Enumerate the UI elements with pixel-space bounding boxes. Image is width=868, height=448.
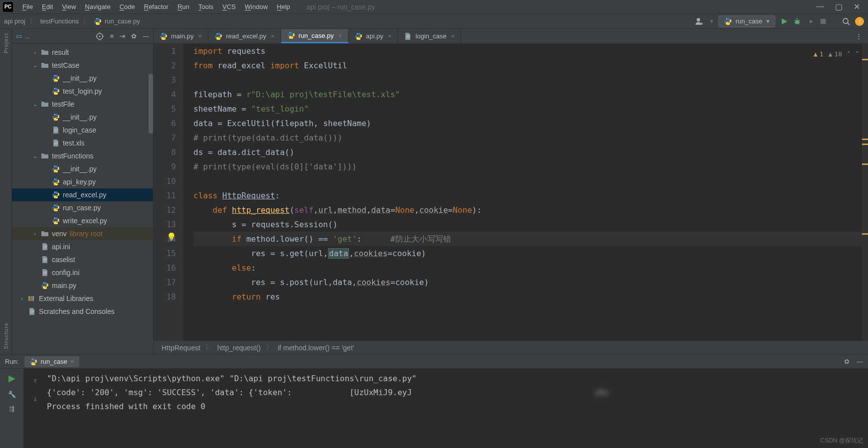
crumb-2[interactable]: run_case.py	[105, 17, 140, 25]
tree-run_case.py[interactable]: run_case.py	[12, 201, 153, 214]
tree-login_case[interactable]: login_case	[12, 124, 153, 137]
collapse-icon[interactable]: ⇥	[120, 32, 125, 40]
hide-icon[interactable]: ―	[143, 32, 149, 40]
project-tree[interactable]: ›result⌄testCase__init__.pytest_login.py…	[12, 44, 153, 354]
ed-crumb-2[interactable]: if method.lower() == 'get'	[278, 344, 354, 352]
console-line: "D:\api proj\venv\Scripts\python.exe" "D…	[47, 372, 859, 386]
tree-api.ini[interactable]: api.ini	[12, 240, 153, 253]
close-tab-icon[interactable]: ×	[271, 32, 275, 40]
tool-window-stripe-left: Project Structure	[0, 29, 12, 354]
run-config-selector[interactable]: run_case ▾	[718, 15, 775, 27]
navigation-bar: api proj〉testFunctions〉run_case.py ▾ run…	[0, 14, 868, 29]
scrollbar-thumb[interactable]	[149, 74, 153, 134]
close-tab-icon[interactable]: ×	[198, 32, 202, 40]
crumb-1[interactable]: testFunctions	[40, 17, 79, 25]
tree-write_excel.py[interactable]: write_excel.py	[12, 214, 153, 227]
locate-icon[interactable]	[96, 32, 104, 40]
editor-breadcrumb[interactable]: HttpRequest〉http_request()〉if method.low…	[154, 340, 868, 354]
debug-icon[interactable]	[793, 17, 801, 25]
tree-main.py[interactable]: main.py	[12, 279, 153, 292]
tabs-more-icon[interactable]: ⋮	[850, 29, 868, 43]
editor-code[interactable]: 💡 import requestsfrom read_excel import …	[183, 44, 868, 340]
console-line: Process finished with exit code 0	[47, 400, 859, 414]
run-tools-icon[interactable]: 🔧	[8, 391, 16, 398]
menu-run[interactable]: Run	[173, 1, 194, 12]
menu-code[interactable]: Code	[115, 1, 140, 12]
menu-navigate[interactable]: Navigate	[80, 1, 115, 12]
tree-venv[interactable]: ›venv library root	[12, 227, 153, 240]
tree-test_login.py[interactable]: test_login.py	[12, 85, 153, 98]
run-tab[interactable]: run_case ×	[24, 356, 79, 367]
tree-__init__.py[interactable]: __init__.py	[12, 162, 153, 175]
svg-point-11	[99, 35, 101, 37]
breadcrumb[interactable]: api proj〉testFunctions〉run_case.py	[4, 17, 140, 26]
tree-testCase[interactable]: ⌄testCase	[12, 59, 153, 72]
tree-result[interactable]: ›result	[12, 46, 153, 59]
project-tool-label[interactable]: Project	[3, 33, 9, 53]
ed-crumb-0[interactable]: HttpRequest	[162, 344, 200, 352]
run-more-icon[interactable]: ⇶	[9, 405, 14, 413]
editor-gutter[interactable]: 123456789101112131415161718	[154, 44, 183, 340]
tree-External Libraries[interactable]: ›External Libraries	[12, 292, 153, 305]
svg-point-5	[696, 18, 700, 21]
menu-view[interactable]: View	[57, 1, 80, 12]
tree-__init__.py[interactable]: __init__.py	[12, 72, 153, 85]
structure-tool-label[interactable]: Structure	[3, 322, 9, 349]
close-icon[interactable]: ✕	[854, 2, 860, 11]
next-highlight-icon[interactable]: ˅	[856, 47, 859, 61]
menu-vcs[interactable]: VCS	[218, 1, 240, 12]
console[interactable]: ↑ ↓ "D:\api proj\venv\Scripts\python.exe…	[24, 369, 868, 448]
add-user-icon[interactable]	[695, 17, 704, 26]
expand-icon[interactable]: ≡	[110, 32, 114, 40]
run-settings-icon[interactable]: ✿	[844, 358, 850, 365]
tree-test.xls[interactable]: test.xls	[12, 137, 153, 149]
tab-api.py[interactable]: api.py×	[348, 29, 398, 43]
close-tab-icon[interactable]: ×	[339, 32, 343, 39]
tree-testFile[interactable]: ⌄testFile	[12, 98, 153, 111]
tree-testFunctions[interactable]: ⌄testFunctions	[12, 149, 153, 162]
window-title: api proj – run_case.py	[307, 3, 375, 11]
menu-tools[interactable]: Tools	[194, 1, 218, 12]
watermark: CSDN @探坑记	[820, 437, 863, 445]
console-line: {'code': '200', 'msg': 'SUCCESS', 'data'…	[47, 386, 859, 400]
project-panel: ▭ ... ≡ ⇥ ✿ ― ›result⌄testCase__init__.p…	[12, 29, 154, 354]
inspection-widget[interactable]: ▲1 ▲18 ˄ ˅	[814, 47, 859, 61]
crumb-0[interactable]: api proj	[4, 17, 25, 25]
settings-icon[interactable]: ✿	[131, 32, 137, 40]
tree-api_key.py[interactable]: api_key.py	[12, 175, 153, 188]
minimize-icon[interactable]: ―	[816, 2, 824, 11]
ed-crumb-1[interactable]: http_request()	[217, 344, 261, 352]
coverage-icon[interactable]	[806, 17, 814, 25]
run-icon[interactable]	[780, 17, 788, 25]
project-view-icon[interactable]: ▭	[16, 32, 22, 40]
menu-file[interactable]: File	[18, 1, 37, 12]
prev-highlight-icon[interactable]: ˄	[847, 47, 851, 61]
scroll-down-icon[interactable]: ↓	[33, 392, 47, 406]
app-logo: PC	[3, 2, 13, 12]
tree-__init__.py[interactable]: __init__.py	[12, 111, 153, 124]
tree-caselist[interactable]: caselist	[12, 253, 153, 266]
tab-run_case.py[interactable]: run_case.py×	[281, 29, 348, 43]
maximize-icon[interactable]: ▢	[835, 2, 843, 11]
menu-window[interactable]: Window	[240, 1, 272, 12]
rerun-icon[interactable]: ▶	[8, 373, 15, 384]
tab-login_case[interactable]: login_case×	[398, 29, 461, 43]
search-icon[interactable]	[842, 17, 850, 25]
stop-icon[interactable]	[819, 17, 827, 25]
main-menu-bar: PC FileEditViewNavigateCodeRefactorRunTo…	[0, 0, 868, 14]
close-tab-icon[interactable]: ×	[388, 32, 392, 40]
run-hide-icon[interactable]: ―	[857, 358, 863, 365]
tree-config.ini[interactable]: config.ini	[12, 266, 153, 279]
close-tab-icon[interactable]: ×	[451, 32, 455, 40]
tab-read_excel.py[interactable]: read_excel.py×	[208, 29, 281, 43]
menu-refactor[interactable]: Refactor	[140, 1, 173, 12]
intention-bulb-icon[interactable]: 💡	[167, 230, 176, 244]
tab-main.py[interactable]: main.py×	[154, 29, 208, 43]
error-stripe[interactable]	[862, 44, 868, 340]
scroll-up-icon[interactable]: ↑	[33, 374, 47, 388]
tree-read_excel.py[interactable]: read_excel.py	[12, 188, 153, 201]
update-icon[interactable]: ↑	[855, 17, 864, 26]
tree-Scratches and Consoles[interactable]: Scratches and Consoles	[12, 305, 153, 318]
menu-edit[interactable]: Edit	[37, 1, 57, 12]
menu-help[interactable]: Help	[272, 1, 295, 12]
